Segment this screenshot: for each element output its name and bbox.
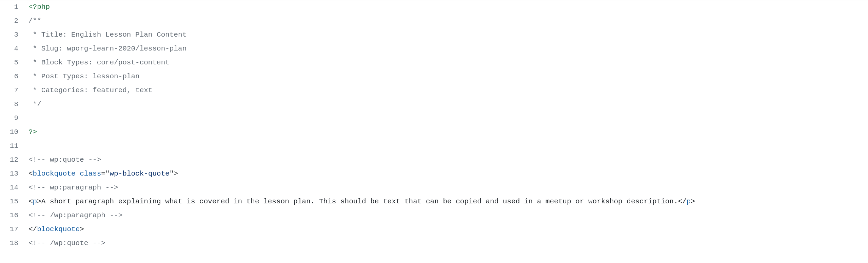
line-number: 11 bbox=[0, 139, 18, 153]
code-token: </ bbox=[678, 198, 687, 205]
code-line[interactable]: <!-- /wp:paragraph --> bbox=[28, 209, 868, 223]
code-token: */ bbox=[28, 100, 41, 108]
code-line[interactable]: ?> bbox=[28, 125, 868, 139]
code-line[interactable]: <!-- wp:paragraph --> bbox=[28, 181, 868, 195]
code-token: <!-- /wp:paragraph --> bbox=[28, 211, 122, 219]
line-number: 13 bbox=[0, 167, 18, 181]
line-number: 17 bbox=[0, 223, 18, 237]
line-number: 16 bbox=[0, 209, 18, 223]
code-line[interactable]: * Post Types: lesson-plan bbox=[28, 70, 868, 84]
code-line[interactable]: * Categories: featured, text bbox=[28, 84, 868, 98]
code-line[interactable]: * Block Types: core/post-content bbox=[28, 56, 868, 70]
line-number: 12 bbox=[0, 153, 18, 167]
line-number: 9 bbox=[0, 112, 18, 125]
code-token: * Title: English Lesson Plan Content bbox=[28, 31, 186, 39]
code-token: * Categories: featured, text bbox=[28, 86, 152, 94]
line-number: 15 bbox=[0, 195, 18, 209]
code-token: ?> bbox=[28, 128, 37, 136]
code-token: * Block Types: core/post-content bbox=[28, 59, 170, 66]
code-editor: 123456789101112131415161718 <?php/** * T… bbox=[0, 0, 868, 250]
code-line[interactable]: /** bbox=[28, 14, 868, 28]
code-line[interactable] bbox=[28, 139, 868, 153]
code-token: > bbox=[37, 198, 41, 205]
code-token: <!-- /wp:quote --> bbox=[28, 239, 105, 247]
code-line[interactable]: <blockquote class="wp-block-quote"> bbox=[28, 167, 868, 181]
code-line[interactable]: <!-- wp:quote --> bbox=[28, 153, 868, 167]
code-token: wp-block-quote bbox=[110, 170, 169, 178]
code-content[interactable]: <?php/** * Title: English Lesson Plan Co… bbox=[24, 0, 868, 250]
code-token: p bbox=[687, 198, 691, 205]
line-number: 18 bbox=[0, 237, 18, 250]
line-number: 4 bbox=[0, 42, 18, 56]
code-token: < bbox=[28, 170, 33, 178]
line-number: 14 bbox=[0, 181, 18, 195]
code-token: =" bbox=[101, 170, 110, 178]
code-line[interactable]: * Title: English Lesson Plan Content bbox=[28, 28, 868, 42]
line-number: 8 bbox=[0, 98, 18, 112]
code-token: /** bbox=[28, 17, 41, 25]
code-token: * Slug: wporg-learn-2020/lesson-plan bbox=[28, 45, 186, 53]
code-token: </ bbox=[28, 225, 37, 233]
line-number: 6 bbox=[0, 70, 18, 84]
code-token: "> bbox=[170, 170, 178, 178]
line-number: 3 bbox=[0, 28, 18, 42]
code-line[interactable]: </blockquote> bbox=[28, 223, 868, 237]
code-token: > bbox=[691, 198, 695, 205]
line-number: 2 bbox=[0, 14, 18, 28]
line-number: 10 bbox=[0, 125, 18, 139]
code-token: <!-- wp:paragraph --> bbox=[28, 184, 118, 191]
line-number: 7 bbox=[0, 84, 18, 98]
code-line[interactable]: <p>A short paragraph explaining what is … bbox=[28, 195, 868, 209]
code-line[interactable]: * Slug: wporg-learn-2020/lesson-plan bbox=[28, 42, 868, 56]
code-line[interactable]: <!-- /wp:quote --> bbox=[28, 237, 868, 250]
code-token: < bbox=[28, 198, 33, 205]
code-line[interactable] bbox=[28, 112, 868, 125]
code-token: p bbox=[33, 198, 37, 205]
code-token: <!-- wp:quote --> bbox=[28, 156, 101, 164]
line-number: 1 bbox=[0, 0, 18, 14]
code-token: blockquote bbox=[37, 225, 80, 233]
code-token: > bbox=[80, 225, 84, 233]
code-line[interactable]: <?php bbox=[28, 0, 868, 14]
line-number: 5 bbox=[0, 56, 18, 70]
code-token: A short paragraph explaining what is cov… bbox=[41, 198, 678, 205]
line-number-gutter: 123456789101112131415161718 bbox=[0, 0, 24, 250]
code-token: blockquote bbox=[33, 170, 76, 178]
code-token: class bbox=[80, 170, 101, 178]
code-token: * Post Types: lesson-plan bbox=[28, 73, 140, 80]
code-line[interactable]: */ bbox=[28, 98, 868, 112]
code-token: <?php bbox=[28, 3, 50, 11]
code-token bbox=[76, 170, 80, 178]
